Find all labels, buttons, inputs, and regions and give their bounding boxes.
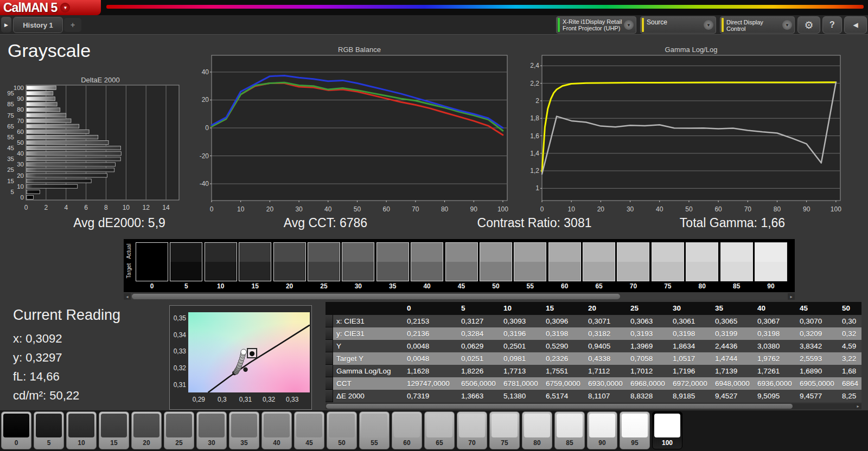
gray-swatch-70: 70 <box>617 242 649 290</box>
table-cell: 0,3127 <box>457 315 499 327</box>
svg-text:0: 0 <box>205 124 209 132</box>
pattern-level-button-100[interactable]: 100 <box>652 411 682 449</box>
row-selector[interactable] <box>326 365 333 377</box>
swatch-level-label: 20 <box>273 282 306 290</box>
swatch-target <box>480 262 512 281</box>
pattern-swatch <box>199 414 225 437</box>
meter-status-bar <box>558 18 560 32</box>
table-cell: 1,0517 <box>668 352 711 365</box>
tab-history-1[interactable]: History 1 <box>13 17 63 33</box>
display-control-dropdown-label: Direct Display Control <box>726 19 782 32</box>
svg-text:14: 14 <box>162 204 170 211</box>
table-cell: 0,4338 <box>584 352 626 365</box>
pattern-swatch <box>68 414 94 437</box>
swatch-actual <box>686 243 718 262</box>
swatch-actual <box>583 243 615 262</box>
svg-text:75: 75 <box>7 112 14 119</box>
table-cell: 1,7012 <box>626 365 668 377</box>
app-logo[interactable]: CalMAN 5 ▼ <box>0 0 101 15</box>
table-cell: 1,4744 <box>711 352 753 365</box>
table-cell: 1,8634 <box>668 340 711 352</box>
pattern-level-button-10[interactable]: 10 <box>66 411 97 449</box>
app-menu-caret-icon[interactable]: ▼ <box>60 3 70 12</box>
table-cell: 0,3071 <box>584 315 626 327</box>
source-dropdown[interactable]: Source ▼ <box>640 16 716 34</box>
table-cell: 1,7112 <box>584 365 626 377</box>
table-cell: 0,3196 <box>499 327 541 340</box>
pattern-level-button-45[interactable]: 45 <box>294 411 324 449</box>
pattern-level-button-95[interactable]: 95 <box>620 411 650 449</box>
table-scrollbar[interactable]: ▸ <box>326 403 861 409</box>
scroll-right-icon[interactable]: ▸ <box>854 403 861 409</box>
pattern-level-button-5[interactable]: 5 <box>34 411 64 449</box>
pattern-level-label: 10 <box>67 439 96 447</box>
table-cell: 0,3198 <box>541 327 584 340</box>
swatch-level-label: 50 <box>480 282 512 290</box>
table-cell: 1,68 <box>838 365 861 377</box>
svg-text:60: 60 <box>17 128 24 135</box>
scroll-left-icon[interactable]: ◂ <box>124 293 131 300</box>
svg-text:60: 60 <box>714 205 722 213</box>
table-cell: 5 <box>457 302 499 315</box>
row-selector[interactable] <box>326 352 333 365</box>
pattern-level-button-70[interactable]: 70 <box>457 411 487 449</box>
row-selector[interactable] <box>326 340 333 352</box>
gamma-chart-title: Gamma Log/Log <box>542 46 840 54</box>
svg-text:30: 30 <box>627 205 634 213</box>
pattern-swatch <box>589 414 615 437</box>
pattern-level-button-55[interactable]: 55 <box>359 411 390 449</box>
pattern-level-button-20[interactable]: 20 <box>131 411 162 449</box>
settings-button[interactable]: ⚙ <box>797 16 820 34</box>
pattern-level-button-60[interactable]: 60 <box>392 411 422 449</box>
pattern-level-label: 35 <box>229 439 259 447</box>
swatch-target <box>617 262 649 281</box>
svg-text:20: 20 <box>266 205 274 213</box>
add-tab-button[interactable]: + <box>64 18 81 32</box>
pattern-level-button-35[interactable]: 35 <box>229 411 259 449</box>
row-header-cell: ΔE 2000 <box>333 390 403 402</box>
pattern-level-button-0[interactable]: 0 <box>1 411 31 449</box>
tab-scroll-button[interactable]: ▶ <box>1 17 11 33</box>
pattern-level-button-30[interactable]: 30 <box>196 411 227 449</box>
table-cell: 0,32 <box>838 327 861 340</box>
pattern-level-button-90[interactable]: 90 <box>587 411 617 449</box>
table-cell: 45 <box>795 302 838 315</box>
collapse-panel-button[interactable]: ◀ <box>844 16 867 34</box>
table-cell: 0,7058 <box>626 352 668 365</box>
table-cell: 2,4436 <box>711 340 753 352</box>
svg-text:20: 20 <box>597 205 605 213</box>
swatch-level-label: 85 <box>720 282 753 290</box>
row-selector[interactable] <box>326 327 333 340</box>
gray-swatch-85: 85 <box>720 242 753 290</box>
svg-text:50: 50 <box>17 139 24 146</box>
swatch-level-label: 45 <box>445 282 478 290</box>
pattern-level-button-50[interactable]: 50 <box>327 411 357 449</box>
swatch-target <box>136 262 168 281</box>
row-selector[interactable] <box>326 390 333 402</box>
table-scrollbar-thumb[interactable] <box>326 404 793 409</box>
pattern-level-button-65[interactable]: 65 <box>424 411 455 449</box>
gray-swatch-80: 80 <box>686 242 718 290</box>
strip-scrollbar-thumb[interactable] <box>132 294 620 299</box>
help-button[interactable]: ? <box>822 16 842 34</box>
pattern-level-button-25[interactable]: 25 <box>164 411 194 449</box>
pattern-level-label: 95 <box>620 439 649 447</box>
pattern-level-button-85[interactable]: 85 <box>554 411 585 449</box>
meter-dropdown[interactable]: X-Rite i1Display RetailFront Projector (… <box>556 16 636 34</box>
table-row: Gamma Log/Log1,16281,82261,77131,75511,7… <box>326 365 861 377</box>
strip-scrollbar[interactable]: ◂ ▸ <box>124 293 795 300</box>
swatch-target <box>446 262 477 281</box>
row-selector[interactable] <box>326 377 333 390</box>
pattern-level-button-75[interactable]: 75 <box>489 411 520 449</box>
pattern-level-button-15[interactable]: 15 <box>99 411 129 449</box>
swatch-level-label: 40 <box>411 282 443 290</box>
scroll-right-icon[interactable]: ▸ <box>788 293 795 300</box>
row-selector[interactable] <box>326 315 333 327</box>
table-cell: 0,3061 <box>668 315 711 327</box>
pattern-level-button-80[interactable]: 80 <box>522 411 552 449</box>
current-reading-fl: fL: 14,66 <box>13 370 60 384</box>
display-control-dropdown[interactable]: Direct Display Control ▼ <box>720 16 795 34</box>
pattern-swatch <box>3 414 29 437</box>
pattern-level-button-40[interactable]: 40 <box>261 411 292 449</box>
swatch-actual <box>274 243 305 262</box>
